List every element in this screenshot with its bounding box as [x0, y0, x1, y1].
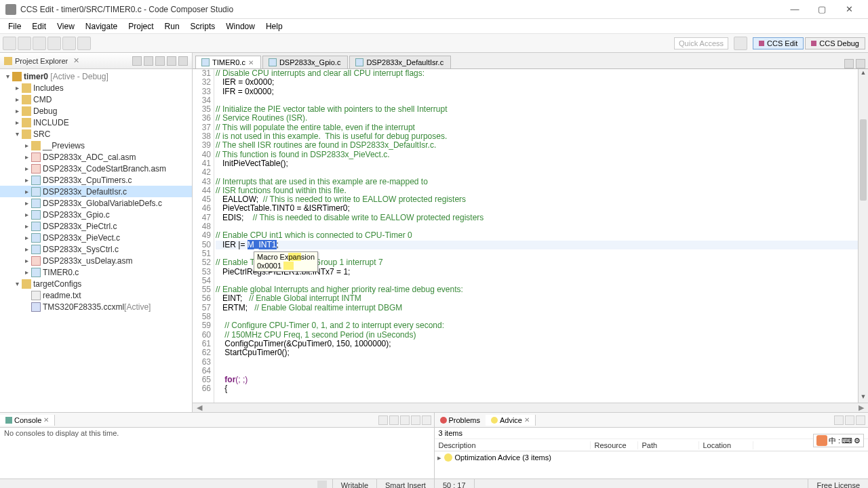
vertical-scrollbar[interactable]: ▲ ▼ [858, 69, 868, 403]
tree-node[interactable]: ▸DSP2833x_GlobalVariableDefs.c [0, 197, 192, 209]
new-button[interactable] [3, 37, 16, 50]
ime-overlay[interactable]: 中 : ⌨ ⚙ [813, 434, 864, 447]
forward-button[interactable] [77, 37, 91, 50]
tree-node[interactable]: ▸DSP2833x_SysCtrl.c [0, 243, 192, 255]
build-button[interactable] [33, 37, 46, 50]
tab-problems[interactable]: Problems [435, 415, 486, 426]
window-title: CCS Edit - timer0/SRC/TIMER0.c - Code Co… [20, 5, 233, 14]
tree-node[interactable]: ▸TIMER0.c [0, 266, 192, 278]
expand-icon[interactable]: ▸ [435, 453, 444, 462]
editor-tab[interactable]: DSP2833x_Gpio.c [262, 56, 349, 68]
menu-view[interactable]: View [52, 20, 80, 33]
scroll-left-icon[interactable]: ◀ [195, 403, 203, 412]
perspective-ccs-debug[interactable]: CCS Debug [805, 37, 865, 49]
tree-node[interactable]: ▾timer0 [Active - Debug] [0, 70, 192, 82]
code-editor[interactable]: 3132333435363738394041424344454647484950… [193, 69, 868, 403]
editor-tab[interactable]: DSP2833x_DefaultIsr.c [349, 56, 451, 68]
console-open-button[interactable] [400, 415, 410, 425]
tree-node[interactable]: ▸__Previews [0, 140, 192, 151]
project-tree[interactable]: ▾timer0 [Active - Debug]▸Includes▸CMD▸De… [0, 69, 192, 412]
menu-edit[interactable]: Edit [26, 20, 52, 33]
link-editor-button[interactable] [144, 56, 153, 66]
tree-node[interactable]: ▸DSP2833x_Gpio.c [0, 209, 192, 220]
perspective-ccs-edit[interactable]: CCS Edit [753, 37, 804, 49]
tree-node[interactable]: readme.txt [0, 289, 192, 301]
col-location[interactable]: Location [699, 441, 753, 449]
col-description[interactable]: Description [435, 441, 591, 449]
save-button[interactable] [18, 37, 31, 50]
back-button[interactable] [62, 37, 76, 50]
tree-node[interactable]: ▸DSP2833x_DefaultIsr.c [0, 186, 192, 197]
scroll-up-icon[interactable]: ▲ [859, 69, 868, 79]
toolbar: Quick Access CCS EditCCS Debug [0, 34, 868, 53]
tree-node[interactable]: ▸INCLUDE [0, 117, 192, 128]
tree-node[interactable]: TMS320F28335.ccxml [Active] [0, 301, 192, 312]
tree-node[interactable]: ▸DSP2833x_usDelay.asm [0, 255, 192, 266]
ime-keyboard-icon[interactable]: ⌨ [842, 436, 852, 445]
console-max-button[interactable] [422, 415, 431, 425]
editor-max-button[interactable] [856, 59, 865, 68]
console-min-button[interactable] [411, 415, 420, 425]
scroll-right-icon[interactable]: ▶ [857, 403, 865, 412]
console-pin-button[interactable] [378, 415, 388, 425]
scroll-down-icon[interactable]: ▼ [859, 393, 868, 403]
status-license: Free License [808, 479, 868, 488]
code-area[interactable]: // Disable CPU interrupts and clear all … [214, 69, 858, 403]
tab-console[interactable]: Console ✕ [0, 415, 55, 426]
project-explorer-view: Project Explorer ✕ ▾timer0 [Active - Deb… [0, 53, 193, 412]
folder-icon [4, 57, 12, 65]
advice-min-button[interactable] [845, 415, 854, 425]
maximize-button[interactable]: ▢ [808, 0, 835, 19]
menu-window[interactable]: Window [220, 20, 260, 33]
status-writable: Writable [332, 479, 376, 488]
view-title: Project Explorer [15, 57, 68, 65]
open-perspective-button[interactable] [734, 37, 747, 50]
ime-settings-icon[interactable]: ⚙ [854, 436, 861, 445]
tree-node[interactable]: ▸DSP2833x_CodeStartBranch.asm [0, 163, 192, 174]
editor-tab[interactable]: TIMER0.c ✕ [195, 56, 261, 68]
menu-help[interactable]: Help [260, 20, 288, 33]
tree-node[interactable]: ▸CMD [0, 94, 192, 105]
advice-icon [491, 417, 498, 424]
menu-run[interactable]: Run [159, 20, 185, 33]
minimize-button[interactable]: — [781, 0, 808, 19]
line-gutter: 3132333435363738394041424344454647484950… [193, 69, 214, 403]
view-menu-button[interactable] [155, 56, 165, 66]
menu-project[interactable]: Project [123, 20, 159, 33]
debug-button[interactable] [47, 37, 61, 50]
horizontal-scrollbar[interactable]: ◀ ▶ [193, 403, 868, 412]
close-advice-icon[interactable]: ✕ [524, 416, 530, 424]
maximize-view-button[interactable] [178, 56, 188, 66]
console-body: No consoles to display at this time. [0, 428, 434, 479]
menu-scripts[interactable]: Scripts [185, 20, 221, 33]
col-resource[interactable]: Resource [591, 441, 638, 449]
col-path[interactable]: Path [638, 441, 699, 449]
tree-node[interactable]: ▸DSP2833x_PieCtrl.c [0, 220, 192, 232]
macro-expansion-tooltip: Macro Expansion0x0001 [254, 251, 318, 272]
menu-file[interactable]: File [3, 20, 26, 33]
status-icon[interactable] [317, 481, 327, 489]
editor-tabbar: TIMER0.c ✕DSP2833x_Gpio.cDSP2833x_Defaul… [193, 53, 868, 69]
advice-menu-button[interactable] [834, 415, 844, 425]
tab-advice[interactable]: Advice ✕ [486, 415, 536, 426]
tree-node[interactable]: ▸DSP2833x_PieVect.c [0, 232, 192, 243]
close-console-icon[interactable]: ✕ [43, 416, 49, 424]
tree-node[interactable]: ▾targetConfigs [0, 278, 192, 289]
collapse-all-button[interactable] [132, 56, 142, 66]
tree-node[interactable]: ▸DSP2833x_ADC_cal.asm [0, 151, 192, 163]
advice-max-button[interactable] [856, 415, 865, 425]
close-button[interactable]: ✕ [835, 0, 863, 19]
quick-access[interactable]: Quick Access [674, 37, 728, 49]
console-display-button[interactable] [389, 415, 399, 425]
editor-min-button[interactable] [844, 59, 854, 68]
menu-navigate[interactable]: Navigate [80, 20, 123, 33]
minimize-view-button[interactable] [167, 56, 176, 66]
tree-node[interactable]: ▸Debug [0, 105, 192, 117]
tree-node[interactable]: ▾SRC [0, 128, 192, 140]
close-view-icon[interactable]: ✕ [73, 56, 79, 65]
advice-row[interactable]: ▸ Optimization Advice (3 items) [435, 451, 869, 464]
bulb-icon [444, 453, 452, 462]
tree-node[interactable]: ▸DSP2833x_CpuTimers.c [0, 174, 192, 186]
scroll-thumb[interactable] [860, 119, 867, 201]
tree-node[interactable]: ▸Includes [0, 82, 192, 94]
